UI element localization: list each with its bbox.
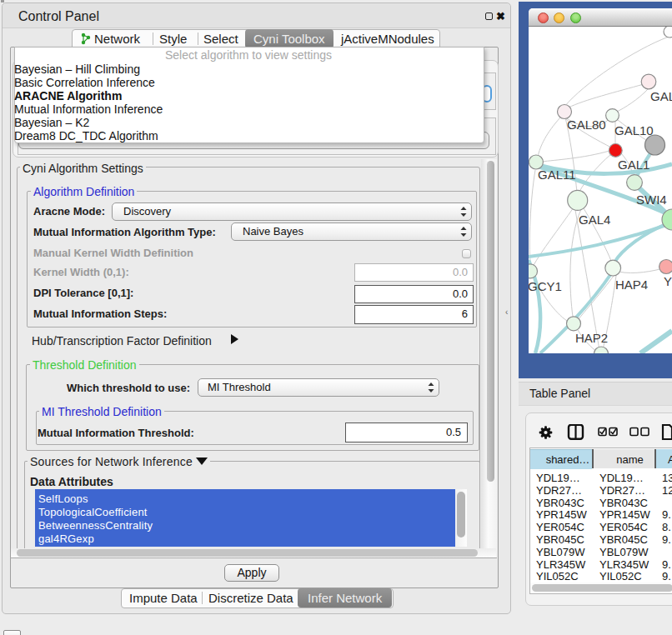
svg-text:HAP4: HAP4 bbox=[615, 278, 648, 292]
svg-text:GAL11: GAL11 bbox=[538, 168, 576, 182]
svg-text:GAL7: GAL7 bbox=[650, 89, 672, 103]
svg-text:SWI4: SWI4 bbox=[636, 192, 667, 207]
svg-text:GAL4: GAL4 bbox=[579, 212, 610, 227]
svg-text:GAL80: GAL80 bbox=[567, 118, 606, 132]
svg-text:YM: YM bbox=[664, 274, 672, 288]
svg-text:HAP2: HAP2 bbox=[575, 331, 608, 345]
svg-text:GCY1: GCY1 bbox=[529, 279, 562, 293]
svg-text:GAL1: GAL1 bbox=[618, 158, 649, 172]
svg-text:GAL10: GAL10 bbox=[614, 123, 654, 138]
